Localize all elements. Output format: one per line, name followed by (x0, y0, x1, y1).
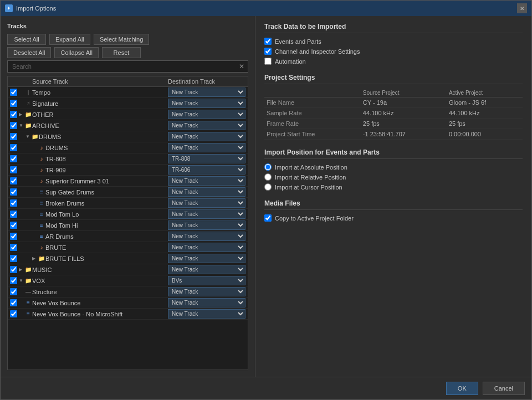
track-checkbox[interactable] (10, 89, 17, 96)
ok-button[interactable]: OK (446, 382, 478, 395)
track-dest-select[interactable]: New TrackTR-808TR-606BVs (168, 143, 245, 152)
track-data-title: Track Data to be Imported (264, 23, 523, 33)
tracks-table: Source Track Destination Track |TempoNew… (7, 76, 248, 370)
import-position-radio[interactable] (264, 173, 272, 181)
reset-button[interactable]: Reset (102, 47, 141, 58)
track-checkbox[interactable] (10, 266, 17, 273)
track-name-label: VOX (32, 278, 45, 284)
close-button[interactable]: ✕ (517, 3, 527, 13)
project-row-active: 25 fps (447, 119, 523, 129)
track-type-icon: | (24, 89, 32, 95)
import-position-radio[interactable] (264, 163, 272, 171)
track-expand-icon[interactable]: ▼ (19, 278, 24, 283)
search-clear-icon[interactable]: ✕ (238, 63, 245, 70)
track-dest-select[interactable]: New TrackTR-808TR-606BVs (168, 209, 245, 219)
track-dest-select[interactable]: New TrackTR-808TR-606BVs (168, 99, 245, 108)
copy-active-checkbox[interactable] (264, 214, 272, 222)
project-settings-section: Project Settings Source Project Active P… (264, 74, 523, 140)
tracks-buttons-row2: Deselect All Collapse All Reset (7, 47, 248, 58)
copy-active-label: Copy to Active Project Folder (275, 215, 354, 222)
select-all-button[interactable]: Select All (7, 34, 46, 45)
track-checkbox[interactable] (10, 255, 17, 262)
track-type-icon: ≡ (24, 300, 32, 306)
track-dest-cell: New TrackTR-808TR-606BVs (168, 220, 245, 230)
track-dest-select[interactable]: New TrackTR-808TR-606BVs (168, 121, 245, 130)
track-checkbox[interactable] (10, 211, 17, 218)
track-dest-select[interactable]: New TrackTR-808TR-606BVs (168, 309, 245, 319)
track-checkbox[interactable] (10, 155, 17, 162)
track-checkbox[interactable] (10, 299, 17, 306)
select-matching-button[interactable]: Select Matching (94, 34, 149, 45)
track-name-label: BRUTE (45, 244, 66, 251)
track-type-icon: ♪ (38, 167, 45, 173)
track-expand-icon[interactable]: ▼ (19, 123, 24, 128)
deselect-all-button[interactable]: Deselect All (7, 47, 51, 58)
import-position-title: Import Position for Events and Parts (264, 148, 523, 159)
track-dest-select[interactable]: New TrackTR-808TR-606BVs (168, 298, 245, 307)
search-input[interactable] (10, 62, 238, 71)
collapse-all-button[interactable]: Collapse All (54, 47, 98, 58)
track-checkbox[interactable] (10, 233, 17, 240)
project-row-active: 44.100 kHz (447, 108, 523, 119)
track-dest-select[interactable]: New TrackTR-808TR-606BVs (168, 265, 245, 274)
track-checkbox[interactable] (10, 222, 17, 229)
track-dest-select[interactable]: New TrackTR-808TR-606BVs (168, 243, 245, 252)
track-checkbox[interactable] (10, 111, 17, 118)
project-row-active: 0:00:00.000 (447, 129, 523, 140)
track-checkbox[interactable] (10, 122, 17, 129)
import-position-radio[interactable] (264, 183, 272, 191)
track-dest-select[interactable]: New TrackTR-808TR-606BVs (168, 110, 245, 119)
titlebar: ✦ Import Options ✕ (1, 1, 531, 16)
track-dest-cell: New TrackTR-808TR-606BVs (168, 99, 245, 108)
track-dest-select[interactable]: New TrackTR-808TR-606BVs (168, 198, 245, 208)
import-position-radios: Import at Absolute PositionImport at Rel… (264, 163, 523, 191)
project-row-label: Project Start Time (264, 129, 361, 140)
track-checkbox[interactable] (10, 244, 17, 251)
table-row: ♪BRUTENew TrackTR-808TR-606BVs (8, 242, 248, 253)
track-checkbox[interactable] (10, 277, 17, 284)
expand-all-button[interactable]: Expand All (49, 34, 90, 45)
track-source-cell: ▼📁DRUMS (19, 134, 168, 140)
track-checkbox[interactable] (10, 310, 17, 317)
track-expand-icon[interactable]: ▼ (25, 134, 31, 139)
track-dest-cell: New TrackTR-808TR-606BVs (168, 209, 245, 219)
track-checkbox[interactable] (10, 144, 17, 151)
track-name-label: Signature (32, 100, 58, 107)
track-source-cell: ≡Neve Vox Bounce - No MicroShift (19, 311, 168, 317)
project-row-source: 44.100 kHz (361, 108, 447, 119)
track-dest-select[interactable]: New TrackTR-808TR-606BVs (168, 287, 245, 296)
track-dest-cell: New TrackTR-808TR-606BVs (168, 121, 245, 130)
track-checkbox[interactable] (10, 100, 17, 107)
track-expand-icon[interactable]: ▶ (19, 112, 24, 117)
track-dest-select[interactable]: New TrackTR-808TR-606BVs (168, 88, 245, 97)
track-dest-select[interactable]: New TrackTR-808TR-606BVs (168, 132, 245, 141)
track-dest-select[interactable]: New TrackTR-808TR-606BVs (168, 254, 245, 263)
track-checkbox[interactable] (10, 288, 17, 295)
track-dest-select[interactable]: New TrackTR-808TR-606BVs (168, 154, 245, 163)
track-data-checkbox[interactable] (264, 58, 272, 65)
track-checkbox[interactable] (10, 199, 17, 207)
track-checkbox[interactable] (10, 188, 17, 196)
project-settings-table: Source Project Active Project File NameC… (264, 89, 523, 140)
cancel-button[interactable]: Cancel (483, 382, 525, 395)
track-dest-select[interactable]: New TrackTR-808TR-606BVs (168, 276, 245, 285)
table-row: ≡Neve Vox BounceNew TrackTR-808TR-606BVs (8, 298, 248, 309)
track-dest-select[interactable]: New TrackTR-808TR-606BVs (168, 220, 245, 230)
track-expand-icon[interactable]: ▶ (32, 256, 38, 261)
track-checkbox[interactable] (10, 177, 17, 184)
project-row-active: Gloom - JS 6f (447, 98, 523, 108)
dialog-icon: ✦ (5, 4, 13, 12)
track-data-checkbox[interactable] (264, 38, 272, 45)
track-dest-select[interactable]: New TrackTR-808TR-606BVs (168, 232, 245, 241)
track-dest-cell: New TrackTR-808TR-606BVs (168, 132, 245, 141)
track-type-icon: 📁 (24, 111, 32, 117)
track-data-checkbox[interactable] (264, 48, 272, 55)
track-expand-icon[interactable]: ▶ (19, 267, 24, 272)
track-checkbox[interactable] (10, 166, 17, 173)
track-dest-select[interactable]: New TrackTR-808TR-606BVs (168, 165, 245, 175)
track-checkbox[interactable] (10, 133, 17, 140)
import-position-label: Import at Cursor Position (275, 184, 342, 191)
track-dest-select[interactable]: New TrackTR-808TR-606BVs (168, 187, 245, 197)
track-source-cell: ≡Mod Tom Lo (19, 211, 168, 218)
track-dest-select[interactable]: New TrackTR-808TR-606BVs (168, 176, 245, 186)
